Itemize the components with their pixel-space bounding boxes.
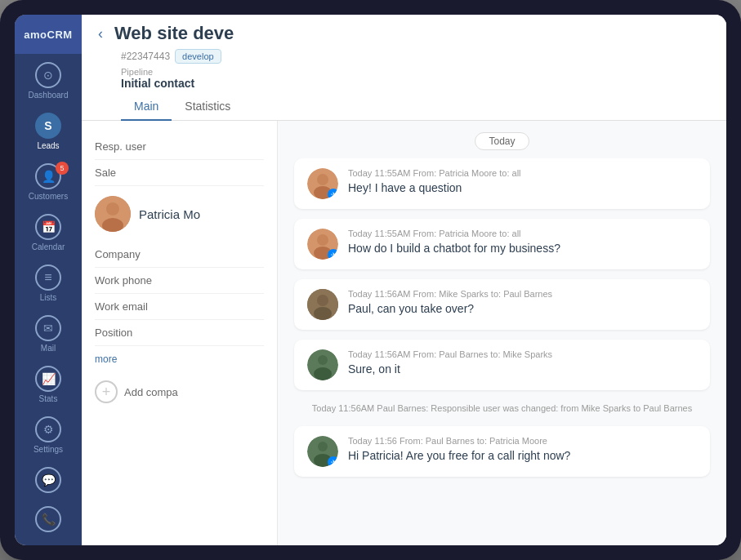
svg-point-13 bbox=[318, 355, 328, 365]
avatar-patricia-1: ✈ bbox=[307, 168, 338, 199]
messenger-icon-2: ✈ bbox=[328, 249, 338, 260]
sidebar-bottom: ⚙ Settings 💬 📞 bbox=[15, 408, 82, 545]
more-link-container: more bbox=[95, 346, 264, 371]
device-frame: amoCRM ⊙ Dashboard S Leads 👤 5 Customers… bbox=[0, 0, 741, 560]
resp-user-field: Resp. user bbox=[95, 134, 264, 160]
bubble-content-1: Today 11:55AM From: Patricia Moore to: a… bbox=[348, 168, 697, 194]
bubble-meta-2: Today 11:55AM From: Patricia Moore to: a… bbox=[348, 229, 697, 238]
avatar-paul-1 bbox=[307, 349, 338, 380]
bubble-content-5: Today 11:56 From: Paul Barnes to: Patric… bbox=[348, 436, 697, 462]
pipeline-stage: Initial contact bbox=[121, 77, 710, 90]
work-phone-field: Work phone bbox=[95, 268, 264, 294]
svg-point-16 bbox=[318, 442, 328, 451]
message-4: Today 11:56AM From: Paul Barnes to: Mike… bbox=[294, 340, 710, 390]
sidebar-item-mail[interactable]: ✉ Mail bbox=[15, 307, 82, 358]
date-pill: Today bbox=[475, 132, 529, 150]
content-area: Resp. user Sale Patricia bbox=[82, 121, 726, 545]
sidebar-item-phone[interactable]: 📞 bbox=[15, 498, 82, 537]
bubble-text-2: How do I build a chatbot for my business… bbox=[348, 242, 697, 255]
page-title: Web site deve bbox=[114, 23, 234, 44]
add-company-button[interactable]: + Add compa bbox=[95, 371, 264, 413]
contact-name: Patricia Mo bbox=[139, 207, 200, 221]
settings-icon: ⚙ bbox=[35, 416, 61, 442]
pipeline-info: Pipeline Initial contact bbox=[98, 67, 710, 90]
chat-messages: ✈ Today 11:55AM From: Patricia Moore to:… bbox=[278, 158, 726, 545]
sidebar-item-leads[interactable]: S Leads bbox=[15, 104, 82, 155]
system-message: Today 11:56AM Paul Barnes: Responsible u… bbox=[294, 400, 710, 416]
svg-point-7 bbox=[317, 234, 328, 246]
sidebar-item-calendar[interactable]: 📅 Calendar bbox=[15, 206, 82, 256]
more-link[interactable]: more bbox=[95, 353, 117, 365]
avatar bbox=[95, 196, 131, 232]
messenger-icon-1: ✈ bbox=[328, 189, 338, 199]
bubble-meta-3: Today 11:56AM From: Mike Sparks to: Paul… bbox=[348, 289, 697, 299]
dashboard-icon: ⊙ bbox=[35, 62, 61, 88]
main-area: ‹ Web site deve #22347443 develop Pipeli… bbox=[82, 15, 726, 545]
svg-point-4 bbox=[317, 174, 328, 185]
screen: amoCRM ⊙ Dashboard S Leads 👤 5 Customers… bbox=[15, 15, 726, 545]
messenger-icon-5: ✈ bbox=[328, 456, 338, 467]
back-button[interactable]: ‹ bbox=[98, 25, 103, 42]
chat-date-badge: Today bbox=[278, 121, 726, 158]
bubble-content-3: Today 11:56AM From: Mike Sparks to: Paul… bbox=[348, 289, 697, 315]
bubble-text-1: Hey! I have a question bbox=[348, 181, 697, 194]
status-badge: develop bbox=[175, 49, 221, 64]
tab-bar: Main Statistics bbox=[98, 93, 710, 120]
avatar-patricia-2: ✈ bbox=[307, 229, 338, 260]
bubble-text-5: Hi Patricia! Are you free for a call rig… bbox=[348, 449, 697, 462]
lists-icon: ≡ bbox=[35, 264, 61, 291]
bubble-content-2: Today 11:55AM From: Patricia Moore to: a… bbox=[348, 229, 697, 255]
svg-point-1 bbox=[106, 202, 119, 216]
sidebar-item-stats[interactable]: 📈 Stats bbox=[15, 358, 82, 408]
bubble-content-4: Today 11:56AM From: Paul Barnes to: Mike… bbox=[348, 349, 697, 376]
bubble-meta-4: Today 11:56AM From: Paul Barnes to: Mike… bbox=[348, 349, 697, 359]
left-panel: Resp. user Sale Patricia bbox=[82, 121, 278, 545]
avatar-mike bbox=[307, 289, 338, 320]
sidebar-item-settings[interactable]: ⚙ Settings bbox=[15, 408, 82, 459]
phone-icon: 📞 bbox=[35, 506, 61, 532]
sidebar-item-chat[interactable]: 💬 bbox=[15, 459, 82, 498]
sidebar-item-lists[interactable]: ≡ Lists bbox=[15, 256, 82, 307]
chat-panel: Today ✈ bbox=[278, 121, 726, 545]
sidebar-logo[interactable]: amoCRM bbox=[15, 15, 82, 54]
message-5: ✈ Today 11:56 From: Paul Barnes to: Patr… bbox=[294, 426, 710, 477]
svg-point-11 bbox=[314, 307, 332, 320]
bubble-meta-5: Today 11:56 From: Paul Barnes to: Patric… bbox=[348, 436, 697, 446]
sidebar-item-dashboard[interactable]: ⊙ Dashboard bbox=[15, 54, 82, 104]
message-3: Today 11:56AM From: Mike Sparks to: Paul… bbox=[294, 279, 710, 330]
stats-icon: 📈 bbox=[35, 366, 61, 392]
add-circle-icon: + bbox=[95, 380, 118, 403]
mail-icon: ✉ bbox=[35, 315, 61, 341]
contact-card[interactable]: Patricia Mo bbox=[95, 186, 264, 242]
sale-field: Sale bbox=[95, 160, 264, 186]
customers-badge: 5 bbox=[56, 162, 69, 175]
position-field: Position bbox=[95, 320, 264, 346]
bubble-text-3: Paul, can you take over? bbox=[348, 302, 697, 315]
sidebar-item-customers[interactable]: 👤 5 Customers bbox=[15, 155, 82, 206]
bubble-meta-1: Today 11:55AM From: Patricia Moore to: a… bbox=[348, 168, 697, 178]
avatar-paul-2: ✈ bbox=[307, 436, 338, 467]
header-top: ‹ Web site deve bbox=[98, 23, 710, 44]
work-email-field: Work email bbox=[95, 294, 264, 320]
message-2: ✈ Today 11:55AM From: Patricia Moore to:… bbox=[294, 219, 710, 269]
svg-point-10 bbox=[317, 295, 328, 306]
message-1: ✈ Today 11:55AM From: Patricia Moore to:… bbox=[294, 158, 710, 209]
header: ‹ Web site deve #22347443 develop Pipeli… bbox=[82, 15, 726, 121]
sidebar: amoCRM ⊙ Dashboard S Leads 👤 5 Customers… bbox=[15, 15, 82, 545]
tab-statistics[interactable]: Statistics bbox=[172, 93, 243, 121]
id-badge-row: #22347443 develop bbox=[98, 49, 710, 64]
chat-icon: 💬 bbox=[35, 467, 61, 493]
company-field: Company bbox=[95, 242, 264, 268]
leads-icon: S bbox=[35, 113, 61, 139]
calendar-icon: 📅 bbox=[35, 214, 61, 240]
lead-id: #22347443 bbox=[121, 51, 170, 62]
pipeline-label: Pipeline bbox=[121, 67, 710, 77]
svg-point-14 bbox=[314, 367, 332, 380]
tab-main[interactable]: Main bbox=[121, 93, 172, 121]
bubble-text-4: Sure, on it bbox=[348, 362, 697, 376]
